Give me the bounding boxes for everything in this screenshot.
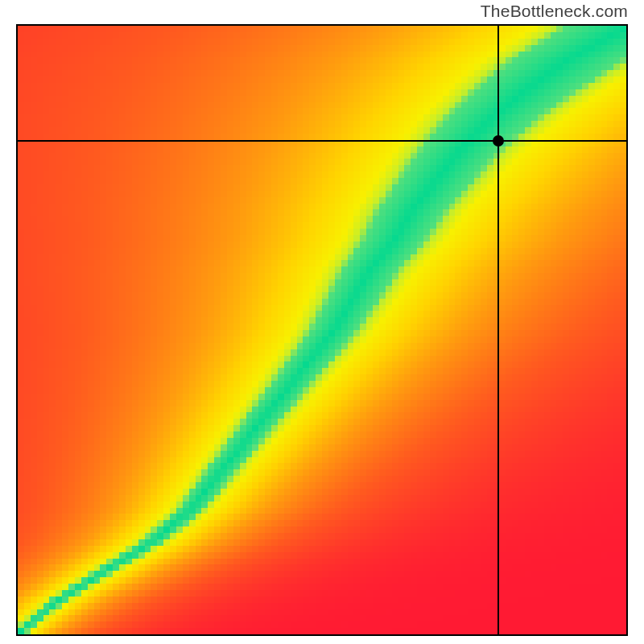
crosshair-vertical xyxy=(497,26,499,634)
crosshair-horizontal xyxy=(18,140,626,142)
heatmap-plot xyxy=(16,24,628,636)
crosshair-marker xyxy=(493,135,504,147)
chart-container: TheBottleneck.com xyxy=(0,0,644,644)
heatmap-canvas xyxy=(18,26,626,634)
watermark-text: TheBottleneck.com xyxy=(481,2,628,21)
